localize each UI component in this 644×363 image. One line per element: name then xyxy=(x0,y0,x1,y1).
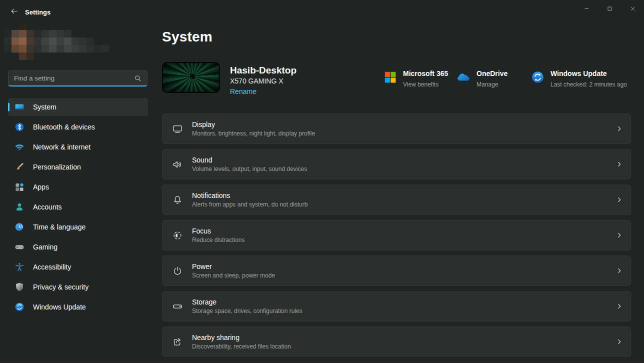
row-title: Nearby sharing xyxy=(192,334,291,342)
sidebar-item-icon xyxy=(14,142,24,152)
promo-subtitle[interactable]: Last checked: 2 minutes ago xyxy=(550,81,627,88)
promo-icon xyxy=(384,70,397,84)
settings-row-notifications[interactable]: Notifications Alerts from apps and syste… xyxy=(162,184,631,215)
sidebar-item-icon xyxy=(14,302,24,312)
sidebar-item-accessibility[interactable]: Accessibility xyxy=(8,258,148,276)
close-icon xyxy=(630,6,636,12)
promo-subtitle[interactable]: View benefits xyxy=(403,81,448,88)
sidebar-item-accounts[interactable]: Accounts xyxy=(8,198,148,216)
chevron-right-icon xyxy=(616,232,623,239)
sidebar-item-bluetooth-devices[interactable]: Bluetooth & devices xyxy=(8,118,148,136)
selected-indicator xyxy=(8,103,10,112)
row-subtitle: Monitors, brightness, night light, displ… xyxy=(192,130,315,137)
settings-row-storage[interactable]: Storage Storage space, drives, configura… xyxy=(162,291,631,322)
promo-title: Microsoft 365 xyxy=(403,70,448,78)
sidebar-item-icon xyxy=(14,262,24,272)
promo-subtitle[interactable]: Manage xyxy=(476,81,508,88)
row-subtitle: Reduce distractions xyxy=(192,236,244,244)
sidebar-item-label: Privacy & security xyxy=(33,283,88,291)
promo-card-windows-update[interactable]: Windows Update Last checked: 2 minutes a… xyxy=(531,70,627,88)
row-icon xyxy=(172,194,183,206)
chevron-right-icon xyxy=(616,338,623,346)
sidebar-item-gaming[interactable]: Gaming xyxy=(8,238,148,256)
sidebar-item-label: Bluetooth & devices xyxy=(33,123,95,131)
sidebar-item-icon xyxy=(14,202,24,212)
sidebar-item-icon xyxy=(14,282,24,292)
sidebar-item-label: Windows Update xyxy=(33,303,86,311)
settings-row-power[interactable]: Power Screen and sleep, power mode xyxy=(162,256,631,286)
chevron-right-icon xyxy=(616,160,623,168)
promo-icon xyxy=(531,70,544,84)
sidebar-item-apps[interactable]: Apps xyxy=(8,178,148,196)
sidebar-item-label: System xyxy=(33,103,56,111)
row-title: Power xyxy=(192,262,275,270)
device-model: X570 GAMING X xyxy=(230,77,284,85)
device-name: Hasib-Desktop xyxy=(230,65,296,76)
promo-title: OneDrive xyxy=(476,70,508,78)
row-subtitle: Screen and sleep, power mode xyxy=(192,272,275,279)
sidebar-item-label: Accounts xyxy=(33,203,62,211)
row-icon xyxy=(172,301,183,312)
row-title: Sound xyxy=(192,156,307,164)
maximize-icon xyxy=(606,6,613,12)
row-subtitle: Storage space, drives, configuration rul… xyxy=(192,308,302,314)
sidebar-item-icon xyxy=(14,122,24,132)
sidebar-item-personalization[interactable]: Personalization xyxy=(8,158,148,176)
sidebar-item-time-language[interactable]: Time & language xyxy=(8,218,148,236)
back-button[interactable] xyxy=(5,4,23,18)
sidebar-nav: System Bluetooth & devices Network & int… xyxy=(8,98,148,318)
sidebar-item-icon xyxy=(14,242,24,252)
sidebar-item-network-internet[interactable]: Network & internet xyxy=(8,138,148,156)
settings-row-list: Display Monitors, brightness, night ligh… xyxy=(162,114,631,362)
row-subtitle: Alerts from apps and system, do not dist… xyxy=(192,201,308,208)
promo-title: Windows Update xyxy=(550,70,627,78)
sidebar-item-label: Apps xyxy=(33,183,49,191)
sidebar-item-label: Time & language xyxy=(33,223,86,231)
settings-row-focus[interactable]: Focus Reduce distractions xyxy=(162,220,631,250)
promo-card-microsoft-365[interactable]: Microsoft 365 View benefits xyxy=(384,70,448,88)
row-subtitle: Discoverability, received files location xyxy=(192,343,291,350)
minimize-button[interactable] xyxy=(575,0,598,17)
close-button[interactable] xyxy=(621,0,644,17)
sidebar-item-privacy-security[interactable]: Privacy & security xyxy=(8,278,148,296)
app-title: Settings xyxy=(25,8,50,16)
search-icon[interactable] xyxy=(134,74,142,82)
back-icon xyxy=(10,7,18,16)
maximize-button[interactable] xyxy=(598,0,621,17)
rename-link[interactable]: Rename xyxy=(230,88,256,96)
sidebar-item-icon xyxy=(14,222,24,232)
chevron-right-icon xyxy=(616,196,623,204)
row-icon xyxy=(172,266,183,276)
sidebar-item-label: Network & internet xyxy=(33,143,90,151)
promo-icon xyxy=(457,70,470,84)
sidebar-item-label: Gaming xyxy=(33,243,58,251)
search-input[interactable] xyxy=(8,70,148,86)
sidebar-item-system[interactable]: System xyxy=(8,98,148,116)
chevron-right-icon xyxy=(616,267,623,274)
window-controls xyxy=(575,0,644,17)
sidebar-item-icon xyxy=(14,162,24,172)
sidebar-item-icon xyxy=(14,102,24,112)
sidebar-item-label: Personalization xyxy=(33,163,81,171)
minimize-icon xyxy=(584,6,590,12)
sidebar-item-windows-update[interactable]: Windows Update xyxy=(8,298,148,316)
row-icon xyxy=(172,336,183,348)
page-title: System xyxy=(162,29,212,45)
promo-card-onedrive[interactable]: OneDrive Manage xyxy=(457,70,508,88)
sidebar-item-icon xyxy=(14,182,24,192)
row-title: Focus xyxy=(192,227,244,235)
row-title: Storage xyxy=(192,298,302,306)
row-icon xyxy=(172,159,183,170)
chevron-right-icon xyxy=(616,302,623,310)
row-subtitle: Volume levels, output, input, sound devi… xyxy=(192,166,307,172)
chevron-right-icon xyxy=(616,125,623,132)
settings-row-sound[interactable]: Sound Volume levels, output, input, soun… xyxy=(162,149,631,180)
settings-row-display[interactable]: Display Monitors, brightness, night ligh… xyxy=(162,114,631,144)
sidebar-item-label: Accessibility xyxy=(33,263,71,271)
user-account-redacted[interactable] xyxy=(4,22,12,30)
row-title: Display xyxy=(192,120,315,128)
row-icon xyxy=(172,230,183,241)
row-title: Notifications xyxy=(192,192,308,200)
settings-row-nearby-sharing[interactable]: Nearby sharing Discoverability, received… xyxy=(162,326,631,357)
row-icon xyxy=(172,124,183,134)
